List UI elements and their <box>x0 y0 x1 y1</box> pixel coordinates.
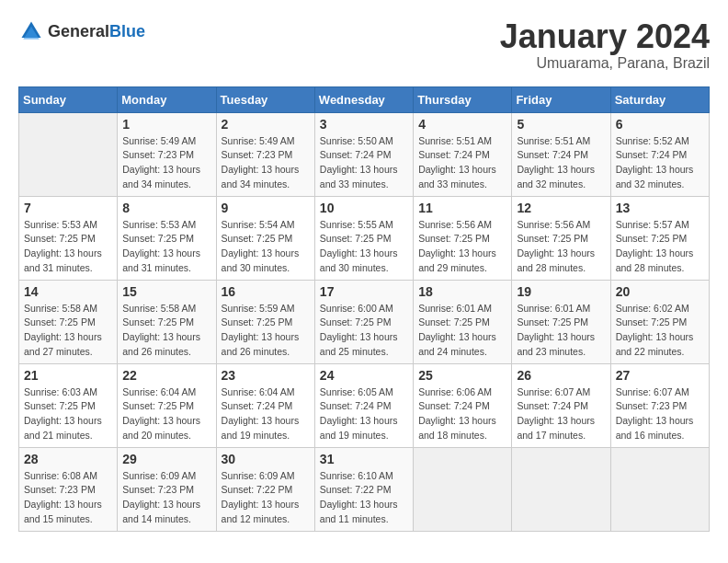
calendar-cell <box>19 112 118 196</box>
calendar-cell: 5 Sunrise: 5:51 AMSunset: 7:24 PMDayligh… <box>512 112 610 196</box>
day-info: Sunrise: 5:49 AMSunset: 7:23 PMDaylight:… <box>122 134 210 192</box>
calendar-cell: 24 Sunrise: 6:05 AMSunset: 7:24 PMDaylig… <box>314 363 413 447</box>
day-number: 22 <box>122 368 210 383</box>
day-info: Sunrise: 6:10 AMSunset: 7:22 PMDaylight:… <box>320 469 408 527</box>
day-number: 28 <box>24 452 112 466</box>
calendar-cell: 9 Sunrise: 5:54 AMSunset: 7:25 PMDayligh… <box>216 196 314 280</box>
title-block: January 2024 Umuarama, Parana, Brazil <box>500 18 710 72</box>
calendar-cell: 1 Sunrise: 5:49 AMSunset: 7:23 PMDayligh… <box>118 112 216 196</box>
calendar-cell: 11 Sunrise: 5:56 AMSunset: 7:25 PMDaylig… <box>414 196 512 280</box>
calendar-cell <box>512 447 610 531</box>
weekday-header: Saturday <box>610 86 709 112</box>
month-title: January 2024 <box>500 18 710 55</box>
day-info: Sunrise: 5:53 AMSunset: 7:25 PMDaylight:… <box>122 218 210 276</box>
day-info: Sunrise: 6:03 AMSunset: 7:25 PMDaylight:… <box>24 385 112 443</box>
logo-blue: Blue <box>109 22 145 40</box>
day-number: 3 <box>320 117 408 132</box>
page-header: GeneralBlue January 2024 Umuarama, Paran… <box>18 18 710 72</box>
day-number: 25 <box>418 368 506 383</box>
day-info: Sunrise: 6:09 AMSunset: 7:23 PMDaylight:… <box>122 469 210 527</box>
day-number: 12 <box>517 201 605 215</box>
weekday-header: Sunday <box>19 86 118 112</box>
day-info: Sunrise: 5:50 AMSunset: 7:24 PMDaylight:… <box>320 134 408 192</box>
calendar-cell: 10 Sunrise: 5:55 AMSunset: 7:25 PMDaylig… <box>314 196 413 280</box>
calendar-cell: 23 Sunrise: 6:04 AMSunset: 7:24 PMDaylig… <box>216 363 314 447</box>
day-number: 11 <box>418 201 506 215</box>
day-number: 27 <box>616 368 704 383</box>
day-number: 17 <box>320 284 408 299</box>
calendar-cell: 16 Sunrise: 5:59 AMSunset: 7:25 PMDaylig… <box>216 280 314 363</box>
weekday-header: Friday <box>512 86 610 112</box>
calendar-cell: 31 Sunrise: 6:10 AMSunset: 7:22 PMDaylig… <box>314 447 413 531</box>
calendar-cell: 4 Sunrise: 5:51 AMSunset: 7:24 PMDayligh… <box>414 112 512 196</box>
day-info: Sunrise: 6:01 AMSunset: 7:25 PMDaylight:… <box>418 302 506 360</box>
day-info: Sunrise: 5:51 AMSunset: 7:24 PMDaylight:… <box>418 134 506 192</box>
day-info: Sunrise: 6:06 AMSunset: 7:24 PMDaylight:… <box>418 385 506 443</box>
day-number: 13 <box>616 201 704 215</box>
day-number: 31 <box>320 452 408 466</box>
header-row: SundayMondayTuesdayWednesdayThursdayFrid… <box>19 86 710 112</box>
calendar-cell: 22 Sunrise: 6:04 AMSunset: 7:25 PMDaylig… <box>118 363 216 447</box>
day-info: Sunrise: 6:04 AMSunset: 7:24 PMDaylight:… <box>222 385 310 443</box>
day-info: Sunrise: 5:58 AMSunset: 7:25 PMDaylight:… <box>24 302 112 360</box>
day-number: 4 <box>418 117 506 132</box>
day-info: Sunrise: 6:07 AMSunset: 7:23 PMDaylight:… <box>616 385 704 443</box>
day-number: 14 <box>24 284 112 299</box>
day-info: Sunrise: 5:49 AMSunset: 7:23 PMDaylight:… <box>222 134 310 192</box>
day-number: 29 <box>122 452 210 466</box>
day-number: 24 <box>320 368 408 383</box>
calendar-cell: 27 Sunrise: 6:07 AMSunset: 7:23 PMDaylig… <box>610 363 709 447</box>
day-info: Sunrise: 6:05 AMSunset: 7:24 PMDaylight:… <box>320 385 408 443</box>
day-number: 5 <box>517 117 605 132</box>
day-info: Sunrise: 5:56 AMSunset: 7:25 PMDaylight:… <box>418 218 506 276</box>
day-number: 18 <box>418 284 506 299</box>
day-info: Sunrise: 6:00 AMSunset: 7:25 PMDaylight:… <box>320 302 408 360</box>
day-info: Sunrise: 6:02 AMSunset: 7:25 PMDaylight:… <box>616 302 704 360</box>
calendar-row: 1 Sunrise: 5:49 AMSunset: 7:23 PMDayligh… <box>19 112 710 196</box>
calendar-cell: 8 Sunrise: 5:53 AMSunset: 7:25 PMDayligh… <box>118 196 216 280</box>
day-number: 8 <box>122 201 210 215</box>
day-number: 10 <box>320 201 408 215</box>
calendar-cell: 18 Sunrise: 6:01 AMSunset: 7:25 PMDaylig… <box>414 280 512 363</box>
calendar-row: 7 Sunrise: 5:53 AMSunset: 7:25 PMDayligh… <box>19 196 710 280</box>
calendar-cell: 12 Sunrise: 5:56 AMSunset: 7:25 PMDaylig… <box>512 196 610 280</box>
calendar-cell <box>414 447 512 531</box>
day-number: 26 <box>517 368 605 383</box>
logo: GeneralBlue <box>18 18 145 44</box>
weekday-header: Monday <box>118 86 216 112</box>
day-number: 6 <box>616 117 704 132</box>
day-info: Sunrise: 6:08 AMSunset: 7:23 PMDaylight:… <box>24 469 112 527</box>
day-number: 1 <box>122 117 210 132</box>
calendar-cell: 17 Sunrise: 6:00 AMSunset: 7:25 PMDaylig… <box>314 280 413 363</box>
day-info: Sunrise: 6:04 AMSunset: 7:25 PMDaylight:… <box>122 385 210 443</box>
logo-icon <box>18 18 44 44</box>
calendar-row: 21 Sunrise: 6:03 AMSunset: 7:25 PMDaylig… <box>19 363 710 447</box>
day-info: Sunrise: 5:56 AMSunset: 7:25 PMDaylight:… <box>517 218 605 276</box>
location-title: Umuarama, Parana, Brazil <box>500 55 710 72</box>
day-info: Sunrise: 5:57 AMSunset: 7:25 PMDaylight:… <box>616 218 704 276</box>
weekday-header: Tuesday <box>216 86 314 112</box>
calendar-cell: 29 Sunrise: 6:09 AMSunset: 7:23 PMDaylig… <box>118 447 216 531</box>
day-number: 21 <box>24 368 112 383</box>
day-info: Sunrise: 5:52 AMSunset: 7:24 PMDaylight:… <box>616 134 704 192</box>
calendar-cell: 15 Sunrise: 5:58 AMSunset: 7:25 PMDaylig… <box>118 280 216 363</box>
day-info: Sunrise: 6:07 AMSunset: 7:24 PMDaylight:… <box>517 385 605 443</box>
calendar-cell <box>610 447 709 531</box>
calendar-cell: 30 Sunrise: 6:09 AMSunset: 7:22 PMDaylig… <box>216 447 314 531</box>
calendar-cell: 20 Sunrise: 6:02 AMSunset: 7:25 PMDaylig… <box>610 280 709 363</box>
calendar-cell: 25 Sunrise: 6:06 AMSunset: 7:24 PMDaylig… <box>414 363 512 447</box>
calendar-cell: 7 Sunrise: 5:53 AMSunset: 7:25 PMDayligh… <box>19 196 118 280</box>
calendar-cell: 2 Sunrise: 5:49 AMSunset: 7:23 PMDayligh… <box>216 112 314 196</box>
day-info: Sunrise: 5:53 AMSunset: 7:25 PMDaylight:… <box>24 218 112 276</box>
calendar-table: SundayMondayTuesdayWednesdayThursdayFrid… <box>18 86 710 532</box>
day-number: 16 <box>222 284 310 299</box>
calendar-cell: 21 Sunrise: 6:03 AMSunset: 7:25 PMDaylig… <box>19 363 118 447</box>
day-number: 23 <box>222 368 310 383</box>
calendar-row: 28 Sunrise: 6:08 AMSunset: 7:23 PMDaylig… <box>19 447 710 531</box>
calendar-cell: 6 Sunrise: 5:52 AMSunset: 7:24 PMDayligh… <box>610 112 709 196</box>
day-number: 9 <box>222 201 310 215</box>
logo-general: General <box>48 22 109 40</box>
day-info: Sunrise: 5:58 AMSunset: 7:25 PMDaylight:… <box>122 302 210 360</box>
day-number: 19 <box>517 284 605 299</box>
day-info: Sunrise: 5:51 AMSunset: 7:24 PMDaylight:… <box>517 134 605 192</box>
